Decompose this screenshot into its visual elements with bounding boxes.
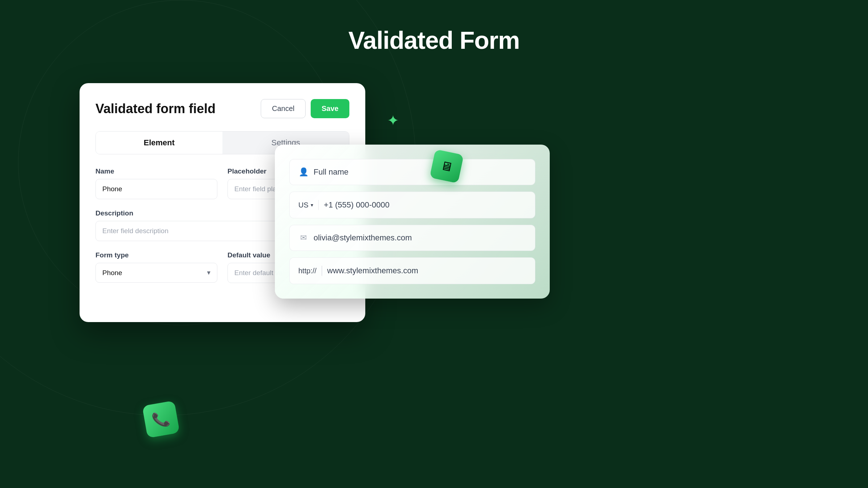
name-label: Name <box>95 167 217 175</box>
header-buttons: Cancel Save <box>261 99 349 118</box>
preview-fullname-field: 👤 Full name <box>289 159 535 185</box>
name-input[interactable] <box>95 179 217 199</box>
person-icon: 👤 <box>298 167 309 177</box>
field-divider <box>318 200 319 210</box>
page-title: Validated Form <box>348 26 519 54</box>
sparkle-decoration: ✦ <box>387 112 399 129</box>
preview-email-field: ✉ olivia@stylemixthemes.com <box>289 225 535 251</box>
phone-emoji-icon: 📞 <box>150 410 171 429</box>
form-type-select-wrapper: Phone Text Email URL Number ▼ <box>95 263 217 283</box>
phone-3d-decoration: 📞 <box>145 403 181 439</box>
field-divider-url <box>322 266 322 276</box>
preview-fullname-placeholder: Full name <box>314 167 349 177</box>
form-card-title: Validated form field <box>95 101 216 116</box>
preview-phone-field: US ▾ +1 (555) 000-0000 <box>289 192 535 218</box>
cancel-button[interactable]: Cancel <box>261 99 306 118</box>
preview-url-field: http:// www.stylemixthemes.com <box>289 257 535 284</box>
preview-card: 👤 Full name US ▾ +1 (555) 000-0000 ✉ oli… <box>275 145 550 299</box>
preview-phone-prefix: US ▾ <box>298 201 313 209</box>
country-code: US <box>298 201 309 209</box>
tab-element[interactable]: Element <box>96 132 222 154</box>
form-card-header: Validated form field Cancel Save <box>95 99 349 118</box>
form-type-label: Form type <box>95 251 217 259</box>
form-type-group: Form type Phone Text Email URL Number ▼ <box>95 251 217 283</box>
monitor-3d-decoration: 🖥 <box>432 152 465 184</box>
preview-phone-value: +1 (555) 000-0000 <box>324 200 390 210</box>
monitor-emoji-icon: 🖥 <box>439 158 454 174</box>
chevron-down-icon: ▾ <box>311 202 313 208</box>
form-type-select[interactable]: Phone Text Email URL Number <box>95 263 217 283</box>
name-field-group: Name <box>95 167 217 199</box>
email-icon: ✉ <box>298 233 309 243</box>
phone-3d-inner: 📞 <box>142 401 180 438</box>
preview-url-value: www.stylemixthemes.com <box>327 266 418 275</box>
monitor-3d-inner: 🖥 <box>430 149 464 184</box>
preview-url-prefix: http:// <box>298 267 316 275</box>
save-button[interactable]: Save <box>311 99 349 118</box>
preview-email-value: olivia@stylemixthemes.com <box>314 233 412 243</box>
